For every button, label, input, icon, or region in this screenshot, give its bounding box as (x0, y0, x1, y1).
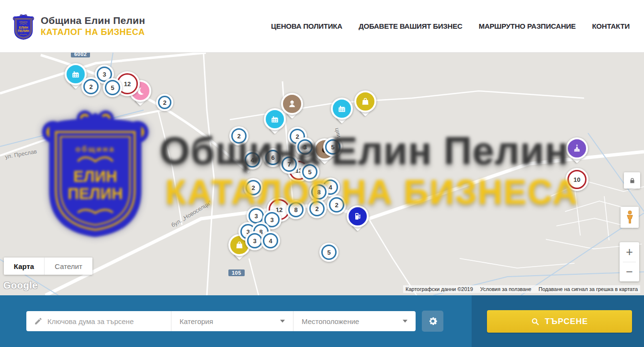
factory-icon (264, 108, 286, 130)
google-logo[interactable]: Google (3, 280, 38, 291)
zoom-control: + − (620, 242, 639, 281)
location-select[interactable]: Местоположение (293, 311, 416, 331)
nav-add-business[interactable]: ДОБАВЕТЕ ВАШИЯТ БИЗНЕС (359, 22, 463, 30)
cluster-marker[interactable]: 4 (261, 231, 280, 250)
search-fields: Категория Местоположение (26, 311, 416, 331)
cluster-count: 3 (254, 213, 258, 220)
watermark-subtitle: КАТАЛОГ НА БИЗНЕСА (165, 172, 578, 212)
map-data-attribution: Картографски данни ©2019 (406, 286, 473, 292)
cluster-count: 2 (89, 83, 92, 90)
keyword-input[interactable] (47, 317, 171, 325)
site-subtitle: КАТАЛОГ НА БИЗНЕСА (41, 27, 145, 37)
brand-text: Община Елин Пелин КАТАЛОГ НА БИЗНЕСА (41, 15, 145, 37)
factory-pin[interactable] (264, 108, 286, 130)
cluster-count: 3 (102, 71, 106, 78)
brand[interactable]: община ЕЛИН ПЕЛИН Община Елин Пелин КАТА… (12, 12, 145, 40)
map[interactable]: 6002105ул. Преславбул. „Новоселци”ции 32… (0, 53, 644, 295)
gear-icon (428, 316, 438, 326)
category-select[interactable]: Категория (171, 311, 293, 331)
search-icon (531, 317, 540, 326)
location-select-label: Местоположение (302, 317, 359, 325)
watermark-title: Община Елин Пелин (159, 128, 569, 173)
category-select-label: Категория (180, 317, 213, 325)
main-nav: ЦЕНОВА ПОЛИТИКАДОБАВЕТЕ ВАШИЯТ БИЗНЕСМАР… (271, 22, 632, 30)
cluster-marker[interactable]: 5 (319, 243, 339, 262)
site-header: община ЕЛИН ПЕЛИН Община Елин Пелин КАТА… (0, 0, 644, 53)
search-button-label: ТЪРСЕНЕ (545, 317, 588, 326)
site-title: Община Елин Пелин (41, 15, 145, 26)
church-icon (566, 137, 588, 159)
cluster-count: 5 (327, 249, 330, 256)
advanced-search-button[interactable] (422, 311, 443, 332)
zoom-out-button[interactable]: − (620, 262, 639, 282)
page: община ЕЛИН ПЕЛИН Община Елин Пелин КАТА… (0, 0, 644, 347)
map-attribution: Картографски данни ©2019Условия за ползв… (403, 285, 640, 293)
watermark-logo: община ЕЛИН ПЕЛИН (41, 102, 150, 239)
lock-icon (629, 177, 636, 184)
svg-text:ЕЛИН: ЕЛИН (19, 25, 28, 29)
bag-icon (354, 90, 376, 112)
cluster-count: 4 (269, 237, 272, 245)
cluster-marker[interactable]: 5 (103, 78, 122, 97)
keyword-field[interactable] (26, 311, 171, 331)
search-button[interactable]: ТЪРСЕНЕ (487, 310, 632, 333)
cluster-marker[interactable]: 2 (81, 77, 101, 96)
cluster-count: 3 (270, 216, 273, 224)
svg-text:община: община (19, 21, 28, 23)
zoom-in-button[interactable]: + (620, 242, 639, 262)
map-type-satellite-button[interactable]: Сателит (44, 257, 92, 275)
search-button-panel: ТЪРСЕНЕ (472, 295, 644, 347)
pencil-icon (34, 317, 43, 325)
church-pin[interactable] (566, 137, 588, 159)
cluster-count: 3 (253, 237, 256, 245)
bag-pin[interactable] (354, 90, 376, 112)
svg-text:ЕЛИН: ЕЛИН (73, 168, 117, 185)
street-view-pegman-button[interactable] (621, 207, 639, 228)
municipality-logo: община ЕЛИН ПЕЛИН (12, 12, 34, 40)
map-type-map-button[interactable]: Карта (4, 257, 44, 275)
svg-text:ПЕЛИН: ПЕЛИН (68, 185, 123, 202)
factory-icon (331, 98, 353, 120)
search-bar: ТЪРСЕНЕ Категория Местоположение (0, 295, 644, 347)
chevron-down-icon (280, 320, 285, 323)
map-type-control: Карта Сателит (4, 257, 92, 275)
svg-text:ПЕЛИН: ПЕЛИН (18, 29, 29, 33)
nav-contacts[interactable]: КОНТАКТИ (592, 22, 630, 30)
svg-text:община: община (76, 145, 115, 154)
nav-pricing[interactable]: ЦЕНОВА ПОЛИТИКА (271, 22, 342, 30)
nav-route-schedule[interactable]: МАРШРУТНО РАЗПИСАНИЕ (479, 22, 576, 30)
attribution-link[interactable]: Условия за ползване (480, 286, 531, 292)
chevron-down-icon (403, 320, 407, 323)
lock-button[interactable] (624, 172, 640, 189)
cluster-count: 2 (163, 99, 166, 106)
cluster-count: 5 (111, 84, 114, 91)
cluster-count: 12 (124, 80, 131, 88)
cluster-marker[interactable]: 2 (156, 94, 173, 111)
pegman-icon (626, 210, 634, 224)
factory-pin[interactable] (331, 98, 353, 120)
attribution-link[interactable]: Подаване на сигнал за грешка в картата (539, 286, 638, 292)
